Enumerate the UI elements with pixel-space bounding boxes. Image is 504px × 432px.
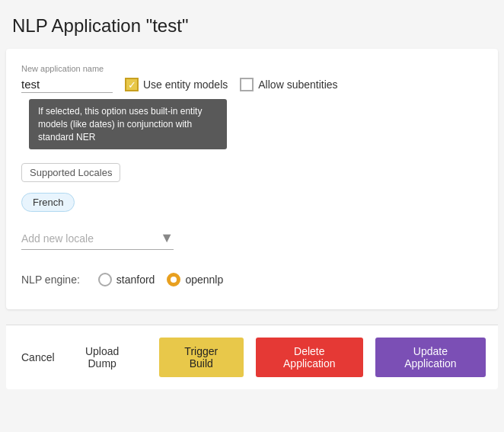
use-entity-models-text: Use entity models (143, 78, 228, 91)
field-label: New application name (21, 64, 483, 73)
dropdown-arrow-icon: ▼ (160, 230, 174, 246)
cancel-button[interactable]: Cancel (18, 344, 58, 371)
nlp-engine-label: NLP engine: (21, 274, 80, 286)
opennlp-radio-button[interactable] (167, 273, 180, 286)
delete-application-button[interactable]: Delete Application (256, 338, 363, 377)
update-application-button[interactable]: Update Application (375, 338, 486, 377)
entity-models-tooltip: If selected, this option uses built-in e… (29, 99, 227, 149)
use-entity-models-checkbox[interactable]: ✓ (125, 78, 139, 91)
add-locale-placeholder: Add new locale (21, 232, 94, 245)
checkmark-icon: ✓ (128, 80, 136, 90)
trigger-build-button[interactable]: Trigger Build (159, 338, 244, 377)
allow-subentities-label[interactable]: Allow subentities (240, 78, 337, 91)
stanford-radio-option[interactable]: stanford (98, 273, 155, 286)
supported-locales-label: Supported Locales (21, 163, 120, 182)
application-name-input[interactable] (21, 76, 113, 93)
field-row: ✓ Use entity models Allow subentities (21, 76, 483, 93)
footer-bar: Cancel Upload Dump Trigger Build Delete … (6, 325, 498, 389)
upload-dump-button[interactable]: Upload Dump (70, 338, 135, 377)
nlp-engine-row: NLP engine: stanford opennlp (21, 273, 483, 286)
add-locale-dropdown[interactable]: Add new locale ▼ (21, 227, 174, 250)
settings-card: New application name ✓ Use entity models… (6, 49, 498, 309)
page-title: NLP Application "test" (0, 0, 504, 49)
allow-subentities-checkbox[interactable] (240, 78, 254, 91)
use-entity-models-label[interactable]: ✓ Use entity models (125, 78, 228, 91)
opennlp-radio-option[interactable]: opennlp (167, 273, 223, 286)
stanford-radio-button[interactable] (98, 273, 112, 286)
opennlp-label: opennlp (185, 274, 223, 286)
allow-subentities-text: Allow subentities (258, 78, 337, 91)
french-locale-chip[interactable]: French (21, 193, 75, 212)
stanford-label: stanford (116, 274, 155, 286)
